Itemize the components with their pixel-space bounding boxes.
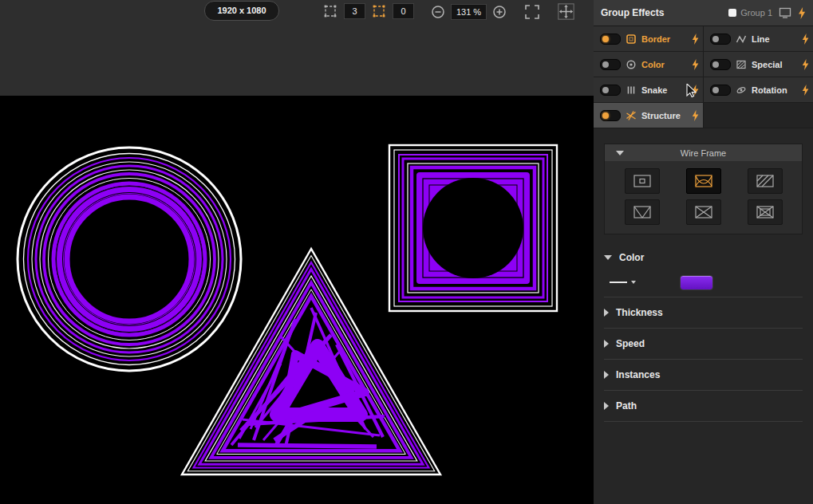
bolt-icon[interactable] (692, 110, 699, 121)
border-toggle[interactable] (600, 33, 621, 45)
chevron-down-icon (631, 281, 636, 284)
structure-toggle[interactable] (600, 110, 621, 121)
selection-marquee-icon[interactable] (322, 3, 338, 19)
color-toggle[interactable] (600, 59, 621, 70)
border-icon (626, 33, 637, 45)
zoom-out-icon[interactable] (431, 5, 445, 19)
effect-row-special[interactable]: Special (703, 52, 813, 77)
group-marquee-icon[interactable] (371, 3, 387, 19)
group-count-value: 0 (393, 3, 414, 19)
line-toggle[interactable] (710, 33, 731, 45)
effect-row-structure[interactable]: Structure (594, 103, 703, 128)
section-label: Instances (616, 369, 660, 380)
section-instances[interactable]: Instances (594, 360, 813, 390)
chevron-down-icon (604, 255, 612, 260)
group-color-chip (728, 9, 736, 17)
effect-row-border[interactable]: Border (594, 26, 703, 52)
section-label: Color (619, 252, 644, 263)
group-label: Group 1 (740, 8, 772, 18)
color-settings-row (594, 268, 813, 297)
effect-row-color[interactable]: Color (594, 52, 703, 77)
selection-counters: 3 0 (322, 3, 414, 19)
snake-icon (626, 85, 637, 96)
effect-label: Special (752, 60, 783, 69)
line-style-select[interactable] (610, 281, 636, 284)
group-effects-panel: Group Effects Group 1 Border (594, 0, 813, 504)
section-label: Speed (616, 338, 645, 349)
line-style-preview (610, 282, 627, 283)
selected-count-value: 3 (344, 3, 365, 19)
wireframe-style-4-button[interactable] (625, 199, 660, 225)
bolt-icon[interactable] (802, 85, 809, 96)
square-shape (389, 145, 557, 311)
screen-icon[interactable] (779, 6, 791, 19)
special-icon (736, 59, 747, 70)
panel-header: Group Effects Group 1 (594, 0, 813, 26)
effect-label: Snake (641, 85, 667, 95)
chevron-right-icon (604, 371, 609, 379)
resolution-button[interactable]: 1920 x 1080 (204, 1, 279, 21)
pan-view-icon[interactable] (558, 3, 574, 20)
special-toggle[interactable] (710, 59, 731, 70)
effect-label: Structure (641, 111, 681, 120)
effect-label: Line (752, 34, 770, 44)
effect-row-line[interactable]: Line (703, 26, 813, 52)
effects-grid: Border Line Color (594, 26, 813, 128)
structure-icon (626, 110, 637, 121)
wire-frame-header[interactable]: Wire Frame (605, 144, 802, 161)
circle-shape (18, 148, 241, 371)
chevron-right-icon (604, 340, 609, 348)
wireframe-style-5-button[interactable] (686, 199, 721, 225)
section-color[interactable]: Color (594, 247, 813, 268)
rotation-toggle[interactable] (710, 85, 731, 96)
effects-grid-empty-cell (703, 103, 813, 128)
wireframe-style-1-button[interactable] (625, 168, 660, 194)
mouse-cursor (686, 84, 697, 99)
zoom-value[interactable]: 131 % (451, 4, 487, 20)
wire-frame-panel: Wire Frame (604, 144, 803, 234)
effect-label: Rotation (752, 85, 787, 95)
wire-frame-options (605, 161, 802, 234)
rotation-icon (736, 85, 747, 96)
chevron-right-icon (604, 309, 609, 317)
fit-view-icon[interactable] (524, 4, 540, 20)
canvas[interactable] (0, 96, 594, 504)
wire-frame-title: Wire Frame (681, 148, 726, 158)
effect-label: Color (641, 60, 665, 69)
chevron-right-icon (604, 402, 609, 410)
bolt-icon[interactable] (802, 33, 809, 45)
section-path[interactable]: Path (594, 391, 813, 421)
bolt-icon[interactable] (692, 59, 699, 70)
panel-title: Group Effects (601, 7, 664, 18)
effect-row-rotation[interactable]: Rotation (703, 77, 813, 103)
snake-toggle[interactable] (600, 85, 621, 96)
color-swatch[interactable] (680, 275, 713, 290)
zoom-controls: 131 % (431, 3, 574, 20)
line-icon (736, 33, 747, 45)
chevron-down-icon (616, 151, 624, 156)
group-selector[interactable]: Group 1 (728, 8, 772, 18)
section-label: Thickness (616, 307, 663, 318)
zoom-in-icon[interactable] (492, 5, 507, 19)
bolt-icon[interactable] (798, 7, 806, 19)
effect-label: Border (641, 34, 670, 44)
bolt-icon[interactable] (802, 59, 809, 70)
wireframe-style-2-button[interactable] (686, 168, 721, 194)
section-thickness[interactable]: Thickness (594, 297, 813, 328)
section-label: Path (616, 400, 637, 411)
wireframe-style-6-button[interactable] (748, 199, 783, 225)
bolt-icon[interactable] (692, 33, 699, 45)
color-icon (626, 59, 637, 70)
wireframe-style-3-button[interactable] (748, 168, 783, 194)
divider (604, 421, 803, 422)
section-speed[interactable]: Speed (594, 329, 813, 359)
toolbar: 1920 x 1080 3 0 131 % (0, 0, 594, 96)
